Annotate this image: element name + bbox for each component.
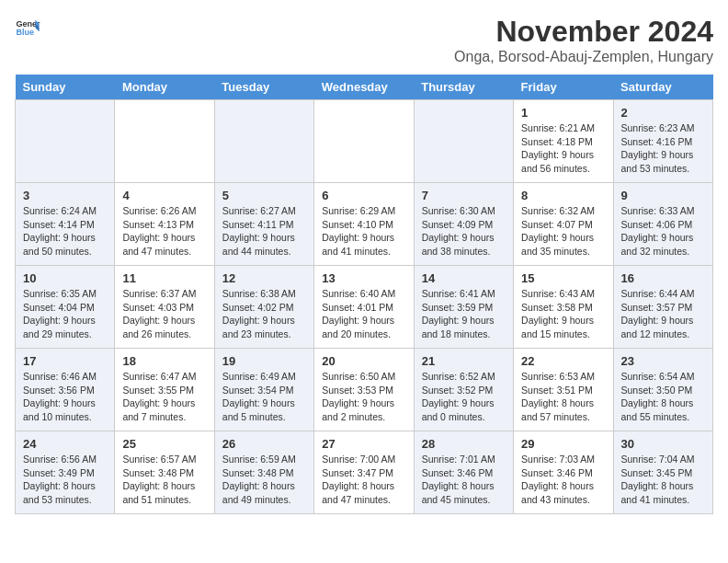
day-number: 24 (23, 437, 107, 451)
calendar-cell: 30Sunrise: 7:04 AM Sunset: 3:45 PM Dayli… (613, 431, 712, 514)
day-info: Sunrise: 6:43 AM Sunset: 3:58 PM Dayligh… (521, 287, 605, 341)
week-row-3: 10Sunrise: 6:35 AM Sunset: 4:04 PM Dayli… (16, 266, 713, 349)
day-number: 5 (222, 189, 306, 202)
day-info: Sunrise: 7:04 AM Sunset: 3:45 PM Dayligh… (621, 453, 705, 507)
calendar-cell: 19Sunrise: 6:49 AM Sunset: 3:54 PM Dayli… (214, 349, 313, 431)
calendar-cell: 17Sunrise: 6:46 AM Sunset: 3:56 PM Dayli… (16, 349, 115, 431)
calendar-cell: 4Sunrise: 6:26 AM Sunset: 4:13 PM Daylig… (115, 183, 214, 266)
day-number: 9 (621, 189, 705, 202)
day-number: 7 (422, 189, 506, 202)
calendar-cell (115, 100, 214, 183)
calendar-cell: 28Sunrise: 7:01 AM Sunset: 3:46 PM Dayli… (414, 431, 513, 514)
header-day-saturday: Saturday (613, 75, 712, 100)
calendar-cell: 29Sunrise: 7:03 AM Sunset: 3:46 PM Dayli… (514, 431, 613, 514)
header-day-thursday: Thursday (414, 75, 513, 100)
header: General Blue November 2024 Onga, Borsod-… (15, 15, 713, 65)
calendar-table: SundayMondayTuesdayWednesdayThursdayFrid… (15, 75, 713, 514)
day-info: Sunrise: 6:49 AM Sunset: 3:54 PM Dayligh… (222, 370, 306, 424)
calendar-cell: 7Sunrise: 6:30 AM Sunset: 4:09 PM Daylig… (414, 183, 513, 266)
calendar-cell: 13Sunrise: 6:40 AM Sunset: 4:01 PM Dayli… (314, 266, 414, 349)
header-day-sunday: Sunday (16, 75, 115, 100)
header-day-monday: Monday (115, 75, 214, 100)
day-number: 12 (222, 271, 306, 285)
day-info: Sunrise: 6:50 AM Sunset: 3:53 PM Dayligh… (322, 370, 405, 424)
day-info: Sunrise: 6:21 AM Sunset: 4:18 PM Dayligh… (521, 121, 605, 176)
day-number: 20 (322, 354, 405, 368)
calendar-cell: 11Sunrise: 6:37 AM Sunset: 4:03 PM Dayli… (115, 266, 214, 349)
day-info: Sunrise: 6:57 AM Sunset: 3:48 PM Dayligh… (122, 453, 206, 507)
day-info: Sunrise: 6:38 AM Sunset: 4:02 PM Dayligh… (222, 287, 306, 341)
day-info: Sunrise: 6:41 AM Sunset: 3:59 PM Dayligh… (422, 287, 506, 341)
header-day-tuesday: Tuesday (214, 75, 313, 100)
subtitle: Onga, Borsod-Abauj-Zemplen, Hungary (454, 49, 713, 65)
calendar-cell: 10Sunrise: 6:35 AM Sunset: 4:04 PM Dayli… (16, 266, 115, 349)
day-number: 30 (621, 437, 705, 451)
day-info: Sunrise: 6:35 AM Sunset: 4:04 PM Dayligh… (23, 287, 107, 341)
calendar-cell: 5Sunrise: 6:27 AM Sunset: 4:11 PM Daylig… (214, 183, 313, 266)
day-info: Sunrise: 6:56 AM Sunset: 3:49 PM Dayligh… (23, 453, 107, 507)
day-number: 16 (621, 271, 705, 285)
day-number: 2 (621, 106, 705, 120)
calendar-cell: 2Sunrise: 6:23 AM Sunset: 4:16 PM Daylig… (613, 100, 712, 183)
day-info: Sunrise: 6:23 AM Sunset: 4:16 PM Dayligh… (621, 121, 705, 176)
day-number: 25 (122, 437, 206, 451)
day-info: Sunrise: 6:37 AM Sunset: 4:03 PM Dayligh… (122, 287, 206, 341)
calendar-cell: 27Sunrise: 7:00 AM Sunset: 3:47 PM Dayli… (314, 431, 414, 514)
day-number: 18 (122, 354, 206, 368)
calendar-cell (414, 100, 513, 183)
calendar-cell: 23Sunrise: 6:54 AM Sunset: 3:50 PM Dayli… (613, 349, 712, 431)
day-info: Sunrise: 6:54 AM Sunset: 3:50 PM Dayligh… (621, 370, 705, 424)
day-number: 13 (322, 271, 405, 285)
day-info: Sunrise: 6:30 AM Sunset: 4:09 PM Dayligh… (422, 204, 506, 259)
day-info: Sunrise: 6:29 AM Sunset: 4:10 PM Dayligh… (322, 204, 405, 259)
calendar-cell (16, 100, 115, 183)
day-number: 1 (521, 106, 605, 120)
day-number: 17 (23, 354, 107, 368)
day-info: Sunrise: 6:59 AM Sunset: 3:48 PM Dayligh… (222, 453, 306, 507)
calendar-cell (314, 100, 414, 183)
day-number: 29 (521, 437, 605, 451)
day-number: 3 (23, 189, 107, 202)
calendar-cell: 3Sunrise: 6:24 AM Sunset: 4:14 PM Daylig… (16, 183, 115, 266)
day-number: 19 (222, 354, 306, 368)
day-info: Sunrise: 7:03 AM Sunset: 3:46 PM Dayligh… (521, 453, 605, 507)
week-row-2: 3Sunrise: 6:24 AM Sunset: 4:14 PM Daylig… (16, 183, 713, 266)
day-info: Sunrise: 6:40 AM Sunset: 4:01 PM Dayligh… (322, 287, 405, 341)
calendar-cell: 6Sunrise: 6:29 AM Sunset: 4:10 PM Daylig… (314, 183, 414, 266)
day-info: Sunrise: 6:53 AM Sunset: 3:51 PM Dayligh… (521, 370, 605, 424)
day-info: Sunrise: 6:52 AM Sunset: 3:52 PM Dayligh… (422, 370, 506, 424)
header-day-friday: Friday (514, 75, 613, 100)
day-number: 8 (521, 189, 605, 202)
main-title: November 2024 (454, 15, 713, 49)
day-number: 26 (222, 437, 306, 451)
calendar-cell: 26Sunrise: 6:59 AM Sunset: 3:48 PM Dayli… (214, 431, 313, 514)
calendar-cell (214, 100, 313, 183)
day-number: 11 (122, 271, 206, 285)
day-number: 15 (521, 271, 605, 285)
day-number: 28 (422, 437, 506, 451)
calendar-cell: 16Sunrise: 6:44 AM Sunset: 3:57 PM Dayli… (613, 266, 712, 349)
calendar-cell: 21Sunrise: 6:52 AM Sunset: 3:52 PM Dayli… (414, 349, 513, 431)
day-number: 23 (621, 354, 705, 368)
svg-text:Blue: Blue (16, 28, 34, 37)
calendar-cell: 12Sunrise: 6:38 AM Sunset: 4:02 PM Dayli… (214, 266, 313, 349)
header-day-wednesday: Wednesday (314, 75, 414, 100)
calendar-cell: 18Sunrise: 6:47 AM Sunset: 3:55 PM Dayli… (115, 349, 214, 431)
day-info: Sunrise: 6:27 AM Sunset: 4:11 PM Dayligh… (222, 204, 306, 259)
day-info: Sunrise: 6:32 AM Sunset: 4:07 PM Dayligh… (521, 204, 605, 259)
calendar-cell: 14Sunrise: 6:41 AM Sunset: 3:59 PM Dayli… (414, 266, 513, 349)
calendar-cell: 24Sunrise: 6:56 AM Sunset: 3:49 PM Dayli… (16, 431, 115, 514)
day-info: Sunrise: 6:44 AM Sunset: 3:57 PM Dayligh… (621, 287, 705, 341)
day-info: Sunrise: 7:01 AM Sunset: 3:46 PM Dayligh… (422, 453, 506, 507)
day-info: Sunrise: 7:00 AM Sunset: 3:47 PM Dayligh… (322, 453, 405, 507)
day-number: 14 (422, 271, 506, 285)
logo: General Blue (15, 15, 40, 40)
calendar-cell: 20Sunrise: 6:50 AM Sunset: 3:53 PM Dayli… (314, 349, 414, 431)
day-info: Sunrise: 6:46 AM Sunset: 3:56 PM Dayligh… (23, 370, 107, 424)
title-section: November 2024 Onga, Borsod-Abauj-Zemplen… (454, 15, 713, 65)
day-info: Sunrise: 6:24 AM Sunset: 4:14 PM Dayligh… (23, 204, 107, 259)
calendar-cell: 25Sunrise: 6:57 AM Sunset: 3:48 PM Dayli… (115, 431, 214, 514)
day-number: 22 (521, 354, 605, 368)
day-number: 6 (322, 189, 405, 202)
day-info: Sunrise: 6:47 AM Sunset: 3:55 PM Dayligh… (122, 370, 206, 424)
